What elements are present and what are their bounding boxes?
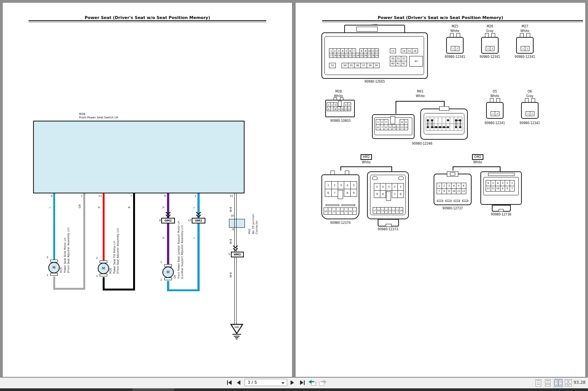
pin-43: 43 (409, 56, 423, 67)
two-page-scrolling-view-button[interactable] (564, 379, 573, 387)
pin-1: 1 (397, 183, 404, 191)
hm2b-pin-grid-bottom: 1716151413121110 (373, 207, 403, 213)
pin-17: 17 (352, 207, 357, 215)
pin-number: 10 (225, 214, 234, 217)
wire-b-black (103, 289, 135, 290)
bracket-line (453, 166, 500, 167)
previous-page-button[interactable] (236, 380, 241, 385)
pin-36: 36 (354, 63, 361, 68)
pin-6: 6 (461, 183, 466, 189)
pin-8: 8 (380, 190, 386, 198)
pin-5: 5 (404, 119, 408, 125)
pin-5: 5 (456, 183, 461, 189)
previous-page-icon (237, 380, 240, 385)
next-view-button[interactable] (319, 379, 327, 386)
wire-code: B (128, 200, 132, 208)
pin-5: 5 (374, 183, 380, 191)
pin-2: 2 (455, 46, 459, 51)
pin-number: 9 (157, 195, 166, 198)
pin-6: 6 (397, 190, 404, 198)
pin-number: 1 (89, 274, 98, 278)
connector-part-number: 90980-12341 (437, 55, 472, 59)
wire-code: R (98, 200, 102, 208)
pin-42: 42 (401, 61, 407, 66)
pin-number: 2 (39, 256, 48, 259)
wire-code: W-B (229, 268, 233, 278)
next-page-button[interactable] (289, 380, 295, 385)
connector-part-number: 90980-12E65 (348, 80, 401, 83)
last-page-icon (300, 380, 304, 385)
next-page-icon (291, 380, 294, 385)
pin-37: 37 (361, 63, 367, 68)
wire-r-red (103, 193, 105, 260)
first-page-button[interactable] (226, 380, 233, 385)
om2a-pin-grid: 123456789101112 (437, 183, 466, 194)
last-page-button[interactable] (299, 380, 306, 385)
pin-30: 30 (390, 56, 396, 61)
pin-4: 4 (380, 183, 386, 191)
pin-number: 2 (89, 257, 98, 260)
hm2-joint: HM2 (231, 252, 244, 257)
om2-joint: OM2 (192, 218, 205, 223)
pin-number: 2 (153, 278, 162, 281)
bracket-line (340, 166, 392, 167)
m41-junction-busbar (426, 115, 462, 132)
pin-2: 2 (525, 46, 529, 51)
previous-view-button[interactable] (308, 379, 316, 386)
h79-pin-grid-bottom: 33343536373839 (329, 63, 379, 68)
pin-2: 2 (530, 111, 534, 116)
connector-id: M25 (437, 25, 472, 28)
connector-o6: 12 (521, 98, 539, 119)
connector-hole (398, 176, 404, 180)
arrow-down-icon (165, 212, 171, 217)
connector-color: White (480, 94, 510, 98)
pin-9: 9 (447, 188, 452, 195)
pin-2: 2 (392, 183, 398, 191)
single-page-view-button[interactable] (535, 379, 542, 387)
pin-9: 9 (500, 186, 505, 192)
connector-slot (445, 200, 451, 202)
pin-2: 2 (490, 46, 494, 51)
pin-gap (335, 63, 342, 68)
scrolling-view-button[interactable] (544, 379, 552, 387)
connector-m27: 12 (516, 33, 534, 54)
m28-switch-block (33, 121, 245, 193)
pin-12: 12 (486, 186, 491, 192)
pin-7: 7 (510, 186, 515, 192)
wire-wb (234, 257, 237, 324)
pin-7: 7 (392, 190, 398, 198)
hm2-group-label: HM2 (361, 154, 372, 160)
connector-id: M27 (507, 25, 542, 28)
pin-number: 11 (93, 195, 102, 198)
h79-pin-grid-right-top: 13141516 (390, 48, 418, 53)
connector-id: O6 (515, 90, 545, 93)
pin-5: 5 (491, 180, 496, 186)
ground-icon: HA (230, 324, 244, 340)
om2-joint: OM2 (161, 218, 175, 223)
pin-41: 41 (396, 61, 402, 66)
m28-switch-label: M28 Front Power Seat Switch LH (79, 112, 118, 119)
title-rule (29, 20, 266, 22)
pin-5: 5 (350, 181, 357, 189)
chevron-down-icon (281, 382, 284, 384)
connector-prongs (521, 98, 539, 102)
wire-code: W-B (229, 202, 233, 212)
pin-1: 1 (510, 180, 515, 186)
zoom-level[interactable]: 93.28 (574, 380, 588, 385)
pin-4: 4 (344, 181, 351, 189)
two-page-view-button[interactable] (553, 378, 563, 388)
page-indicator-input[interactable]: 3 / 5 (245, 379, 287, 386)
pin-4: 4 (495, 180, 501, 186)
motor-m26-label: M26 Power Seat Tilt Motor LH (Front Seat… (109, 208, 120, 274)
pin-number: 9 (225, 228, 234, 231)
connector-slot (437, 200, 443, 202)
connector-latch (488, 173, 515, 176)
joint-pin: 5 (221, 253, 230, 256)
connector-part-number: 90980-12736 (480, 213, 522, 216)
motor-terminal (50, 273, 58, 276)
motor-m25: M (48, 260, 60, 276)
connector-slot (326, 204, 339, 206)
wire-l-blue (197, 223, 200, 291)
pin-2: 2 (505, 180, 510, 186)
first-page-icon (227, 380, 228, 385)
